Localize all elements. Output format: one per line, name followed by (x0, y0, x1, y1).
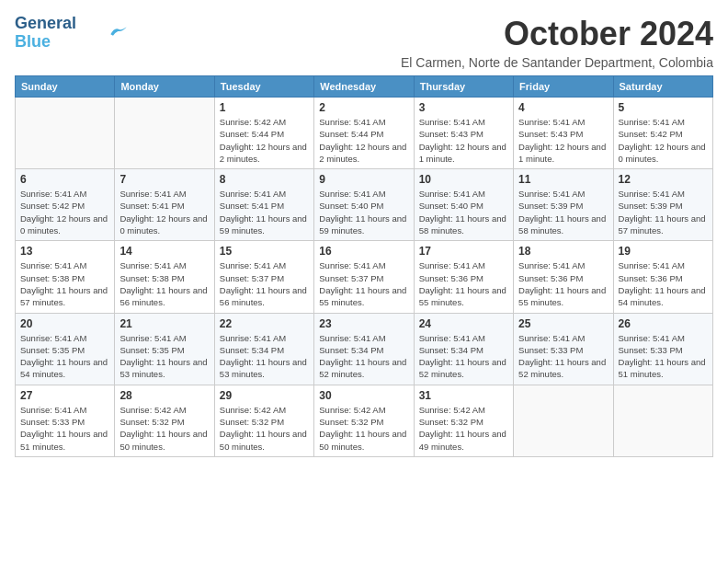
day-info: Sunrise: 5:41 AM Sunset: 5:38 PM Dayligh… (20, 259, 109, 308)
day-number: 1 (220, 101, 309, 114)
logo: GeneralBlue (15, 15, 128, 52)
day-info: Sunrise: 5:41 AM Sunset: 5:37 PM Dayligh… (319, 259, 408, 308)
column-header-thursday: Thursday (414, 76, 513, 98)
calendar-cell: 27Sunrise: 5:41 AM Sunset: 5:33 PM Dayli… (16, 385, 115, 456)
day-number: 18 (518, 245, 608, 258)
calendar-cell: 3Sunrise: 5:41 AM Sunset: 5:43 PM Daylig… (414, 98, 513, 169)
calendar-cell: 15Sunrise: 5:41 AM Sunset: 5:37 PM Dayli… (214, 241, 313, 313)
location-title: El Carmen, Norte de Santander Department… (401, 55, 713, 70)
week-row-3: 13Sunrise: 5:41 AM Sunset: 5:38 PM Dayli… (16, 241, 713, 313)
day-number: 17 (419, 245, 508, 258)
calendar-cell: 13Sunrise: 5:41 AM Sunset: 5:38 PM Dayli… (16, 241, 115, 313)
calendar-cell: 31Sunrise: 5:42 AM Sunset: 5:32 PM Dayli… (414, 385, 513, 456)
column-header-wednesday: Wednesday (314, 76, 414, 98)
day-number: 24 (419, 317, 508, 330)
day-info: Sunrise: 5:41 AM Sunset: 5:38 PM Dayligh… (119, 259, 209, 308)
day-number: 11 (518, 173, 608, 186)
day-number: 21 (119, 317, 209, 330)
day-number: 31 (419, 389, 508, 402)
day-info: Sunrise: 5:41 AM Sunset: 5:36 PM Dayligh… (419, 259, 508, 308)
calendar-cell: 8Sunrise: 5:41 AM Sunset: 5:41 PM Daylig… (214, 169, 313, 241)
day-info: Sunrise: 5:41 AM Sunset: 5:33 PM Dayligh… (619, 332, 708, 381)
day-info: Sunrise: 5:41 AM Sunset: 5:42 PM Dayligh… (619, 116, 708, 165)
week-row-1: 1Sunrise: 5:42 AM Sunset: 5:44 PM Daylig… (16, 98, 713, 169)
calendar: SundayMondayTuesdayWednesdayThursdayFrid… (15, 75, 713, 457)
day-info: Sunrise: 5:41 AM Sunset: 5:34 PM Dayligh… (220, 332, 309, 381)
day-info: Sunrise: 5:41 AM Sunset: 5:33 PM Dayligh… (518, 332, 608, 381)
day-info: Sunrise: 5:41 AM Sunset: 5:39 PM Dayligh… (619, 188, 708, 236)
calendar-cell: 16Sunrise: 5:41 AM Sunset: 5:37 PM Dayli… (314, 241, 414, 313)
calendar-cell: 6Sunrise: 5:41 AM Sunset: 5:42 PM Daylig… (16, 169, 115, 241)
day-info: Sunrise: 5:42 AM Sunset: 5:32 PM Dayligh… (319, 404, 408, 453)
day-info: Sunrise: 5:41 AM Sunset: 5:35 PM Dayligh… (119, 332, 209, 381)
day-number: 4 (518, 101, 608, 114)
day-number: 6 (20, 173, 109, 186)
day-info: Sunrise: 5:41 AM Sunset: 5:40 PM Dayligh… (319, 188, 408, 236)
column-header-sunday: Sunday (16, 76, 115, 98)
day-number: 2 (319, 101, 408, 114)
calendar-cell: 1Sunrise: 5:42 AM Sunset: 5:44 PM Daylig… (214, 98, 313, 169)
day-number: 7 (119, 173, 209, 186)
calendar-cell: 25Sunrise: 5:41 AM Sunset: 5:33 PM Dayli… (514, 313, 613, 385)
day-number: 5 (619, 101, 708, 114)
calendar-cell: 22Sunrise: 5:41 AM Sunset: 5:34 PM Dayli… (214, 313, 313, 385)
day-number: 15 (220, 245, 309, 258)
day-info: Sunrise: 5:41 AM Sunset: 5:40 PM Dayligh… (419, 188, 508, 236)
week-row-4: 20Sunrise: 5:41 AM Sunset: 5:35 PM Dayli… (16, 313, 713, 385)
day-number: 23 (319, 317, 408, 330)
day-info: Sunrise: 5:41 AM Sunset: 5:36 PM Dayligh… (619, 259, 708, 308)
header: GeneralBlue October 2024 El Carmen, Nort… (15, 15, 713, 70)
calendar-cell: 20Sunrise: 5:41 AM Sunset: 5:35 PM Dayli… (16, 313, 115, 385)
day-info: Sunrise: 5:42 AM Sunset: 5:44 PM Dayligh… (220, 116, 309, 165)
calendar-cell: 24Sunrise: 5:41 AM Sunset: 5:34 PM Dayli… (414, 313, 513, 385)
calendar-cell: 19Sunrise: 5:41 AM Sunset: 5:36 PM Dayli… (613, 241, 712, 313)
calendar-cell: 14Sunrise: 5:41 AM Sunset: 5:38 PM Dayli… (115, 241, 214, 313)
calendar-cell (16, 98, 115, 169)
day-info: Sunrise: 5:42 AM Sunset: 5:32 PM Dayligh… (119, 404, 209, 453)
calendar-cell (115, 98, 214, 169)
calendar-header-row: SundayMondayTuesdayWednesdayThursdayFrid… (16, 76, 713, 98)
column-header-saturday: Saturday (613, 76, 712, 98)
day-info: Sunrise: 5:41 AM Sunset: 5:39 PM Dayligh… (518, 188, 608, 236)
day-info: Sunrise: 5:41 AM Sunset: 5:41 PM Dayligh… (220, 188, 309, 236)
column-header-tuesday: Tuesday (214, 76, 313, 98)
day-info: Sunrise: 5:41 AM Sunset: 5:34 PM Dayligh… (319, 332, 408, 381)
week-row-2: 6Sunrise: 5:41 AM Sunset: 5:42 PM Daylig… (16, 169, 713, 241)
logo-bird-icon (109, 25, 128, 38)
day-number: 20 (20, 317, 109, 330)
day-number: 30 (319, 389, 408, 402)
day-number: 10 (419, 173, 508, 186)
month-title: October 2024 (401, 15, 713, 53)
day-info: Sunrise: 5:41 AM Sunset: 5:36 PM Dayligh… (518, 259, 608, 308)
calendar-cell: 30Sunrise: 5:42 AM Sunset: 5:32 PM Dayli… (314, 385, 414, 456)
day-number: 29 (220, 389, 309, 402)
day-number: 16 (319, 245, 408, 258)
calendar-cell: 10Sunrise: 5:41 AM Sunset: 5:40 PM Dayli… (414, 169, 513, 241)
day-info: Sunrise: 5:41 AM Sunset: 5:43 PM Dayligh… (419, 116, 508, 165)
day-number: 22 (220, 317, 309, 330)
day-info: Sunrise: 5:42 AM Sunset: 5:32 PM Dayligh… (419, 404, 508, 453)
calendar-cell: 17Sunrise: 5:41 AM Sunset: 5:36 PM Dayli… (414, 241, 513, 313)
day-number: 19 (619, 245, 708, 258)
day-info: Sunrise: 5:41 AM Sunset: 5:35 PM Dayligh… (20, 332, 109, 381)
column-header-monday: Monday (115, 76, 214, 98)
calendar-cell: 18Sunrise: 5:41 AM Sunset: 5:36 PM Dayli… (514, 241, 613, 313)
calendar-cell: 28Sunrise: 5:42 AM Sunset: 5:32 PM Dayli… (115, 385, 214, 456)
day-number: 26 (619, 317, 708, 330)
calendar-cell: 2Sunrise: 5:41 AM Sunset: 5:44 PM Daylig… (314, 98, 414, 169)
day-info: Sunrise: 5:41 AM Sunset: 5:43 PM Dayligh… (518, 116, 608, 165)
day-number: 25 (518, 317, 608, 330)
calendar-cell (613, 385, 712, 456)
logo-text: GeneralBlue (15, 15, 76, 52)
day-info: Sunrise: 5:41 AM Sunset: 5:37 PM Dayligh… (220, 259, 309, 308)
day-number: 27 (20, 389, 109, 402)
day-number: 9 (319, 173, 408, 186)
title-area: October 2024 El Carmen, Norte de Santand… (401, 15, 713, 70)
calendar-cell: 5Sunrise: 5:41 AM Sunset: 5:42 PM Daylig… (613, 98, 712, 169)
day-number: 28 (119, 389, 209, 402)
calendar-cell: 23Sunrise: 5:41 AM Sunset: 5:34 PM Dayli… (314, 313, 414, 385)
calendar-cell: 21Sunrise: 5:41 AM Sunset: 5:35 PM Dayli… (115, 313, 214, 385)
calendar-cell: 29Sunrise: 5:42 AM Sunset: 5:32 PM Dayli… (214, 385, 313, 456)
calendar-cell: 12Sunrise: 5:41 AM Sunset: 5:39 PM Dayli… (613, 169, 712, 241)
calendar-cell: 4Sunrise: 5:41 AM Sunset: 5:43 PM Daylig… (514, 98, 613, 169)
